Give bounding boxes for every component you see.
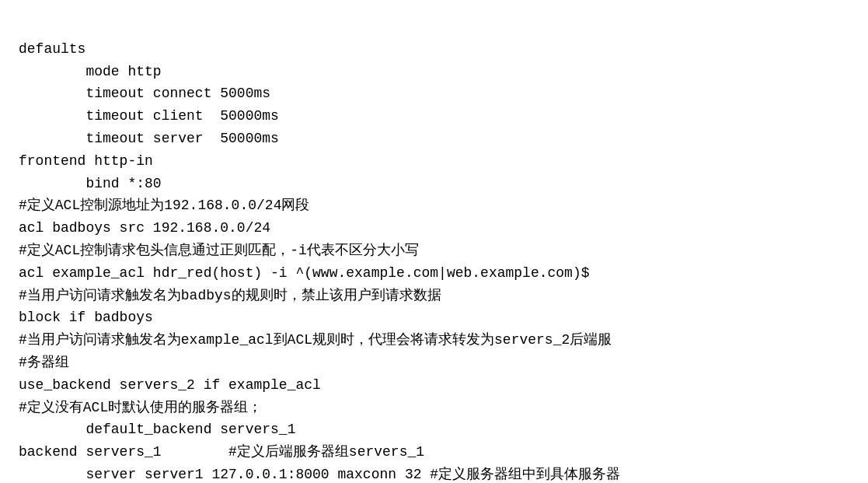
line-19: backend servers_1 #定义后端服务器组servers_1 [19, 441, 849, 464]
line-10: #定义ACL控制请求包头信息通过正则匹配，-i代表不区分大小写 [19, 240, 849, 262]
line-08: #定义ACL控制源地址为192.168.0.0/24网段 [19, 194, 849, 217]
line-15: #务器组 [19, 352, 849, 374]
line-09: acl badboys src 192.168.0.0/24 [19, 217, 849, 240]
line-12: #当用户访问请求触发名为badbys的规则时，禁止该用户到请求数据 [19, 285, 849, 307]
line-20: server server1 127.0.0.1:8000 maxconn 32… [19, 464, 849, 483]
code-display: defaults mode http timeout connect 5000m… [19, 16, 849, 483]
line-06: frontend http-in [19, 150, 849, 173]
line-13: block if badboys [19, 306, 849, 329]
line-18: default_backend servers_1 [19, 418, 849, 441]
line-02: mode http [19, 61, 849, 83]
line-14: #当用户访问请求触发名为example_acl到ACL规则时，代理会将请求转发为… [19, 329, 849, 352]
line-07: bind *:80 [19, 173, 849, 195]
line-17: #定义没有ACL时默认使用的服务器组； [19, 397, 849, 419]
line-16: use_backend servers_2 if example_acl [19, 374, 849, 397]
line-01: defaults [19, 38, 849, 61]
line-03: timeout connect 5000ms [19, 82, 849, 105]
line-05: timeout server 50000ms [19, 128, 849, 150]
line-04: timeout client 50000ms [19, 105, 849, 128]
line-11: acl example_acl hdr_red(host) -i ^(www.e… [19, 262, 849, 285]
